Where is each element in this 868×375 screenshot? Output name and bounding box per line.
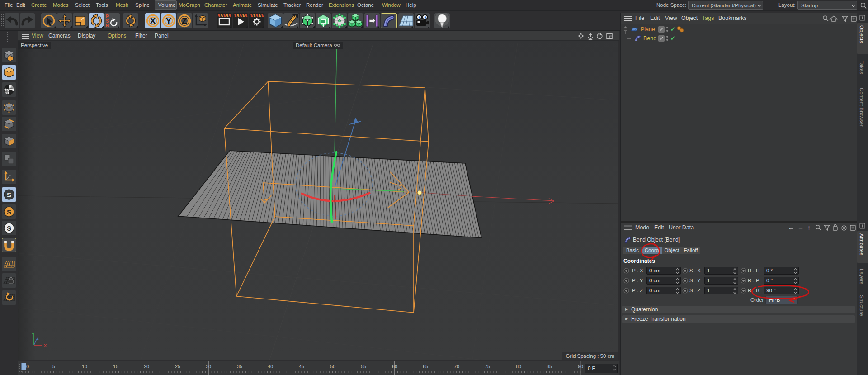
svg-text:65: 65 [423, 364, 428, 369]
svg-text:80: 80 [516, 364, 521, 369]
svg-text:S: S [7, 224, 11, 232]
svg-text:0: 0 [26, 364, 29, 369]
svg-text:60: 60 [392, 364, 397, 369]
svg-text:45: 45 [299, 364, 304, 369]
svg-text:20: 20 [144, 364, 149, 369]
svg-text:S: S [7, 191, 11, 199]
svg-text:Y: Y [165, 16, 172, 26]
svg-text:X: X [44, 343, 47, 348]
svg-text:55: 55 [361, 364, 366, 369]
svg-text:Z: Z [182, 16, 187, 26]
svg-text:Z: Z [36, 336, 39, 341]
svg-text:50: 50 [330, 364, 335, 369]
svg-text:10: 10 [82, 364, 87, 369]
svg-text:90: 90 [578, 364, 583, 369]
svg-text:5: 5 [52, 364, 55, 369]
svg-text:75: 75 [485, 364, 490, 369]
svg-text:R: R [106, 23, 109, 28]
svg-text:40: 40 [268, 364, 273, 369]
svg-text:85: 85 [547, 364, 552, 369]
svg-text:70: 70 [454, 364, 459, 369]
svg-text:S: S [7, 208, 11, 216]
svg-text:30: 30 [206, 364, 211, 369]
svg-text:35: 35 [237, 364, 242, 369]
svg-text:25: 25 [175, 364, 180, 369]
svg-text:X: X [150, 16, 156, 26]
svg-text:15: 15 [113, 364, 118, 369]
